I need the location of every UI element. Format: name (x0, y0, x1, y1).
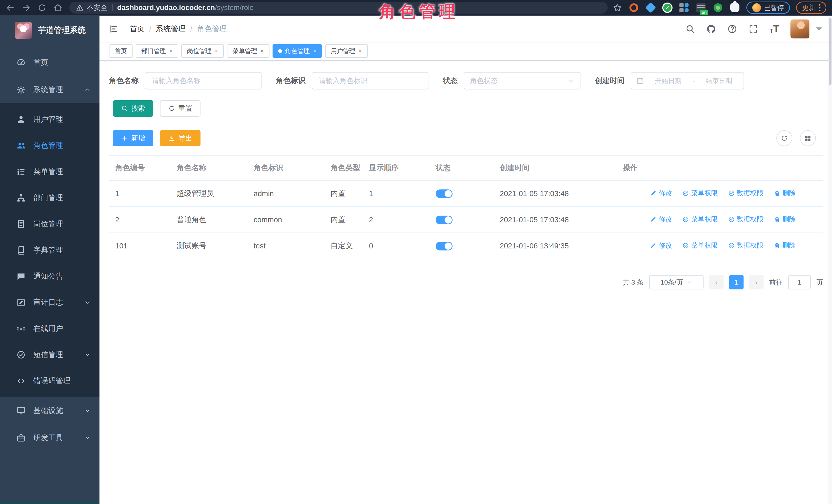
status-toggle[interactable] (436, 189, 452, 198)
sidebar-item-home[interactable]: 首页 (0, 49, 100, 76)
close-icon[interactable]: × (359, 47, 362, 55)
delete-link[interactable]: 删除 (774, 215, 796, 224)
breadcrumb: 首页 / 系统管理 / 角色管理 (130, 24, 227, 34)
extension-target-icon[interactable] (628, 2, 639, 13)
extension-switch-icon[interactable]: on (696, 2, 706, 13)
status-select[interactable]: 角色状态 (464, 72, 580, 89)
sidebar-item-user[interactable]: 用户管理 (0, 106, 100, 133)
sidebar-item-notice[interactable]: 通知公告 (0, 263, 100, 289)
close-icon[interactable]: × (215, 47, 218, 55)
close-icon[interactable]: × (169, 47, 173, 55)
address-bar[interactable]: 不安全 dashboard.yudao.iocoder.cn/system/ro… (69, 2, 608, 14)
edit-link[interactable]: 修改 (650, 215, 672, 224)
edit-link[interactable]: 修改 (650, 241, 672, 250)
status-toggle[interactable] (436, 216, 452, 224)
end-date-placeholder: 结束日期 (699, 76, 738, 85)
date-range-picker[interactable]: 开始日期 - 结束日期 (631, 72, 744, 89)
chevron-down-icon (686, 280, 692, 285)
refresh-table-button[interactable] (776, 130, 792, 146)
close-icon[interactable]: × (313, 47, 316, 55)
sidebar-item-infra[interactable]: 基础设施 (0, 397, 100, 424)
bookmark-star-icon[interactable] (613, 3, 622, 12)
sidebar-logo[interactable]: 芋道管理系统 (0, 16, 100, 44)
tag-home[interactable]: 首页 (109, 44, 133, 58)
browser-home-icon[interactable] (53, 3, 62, 12)
sidebar-item-role[interactable]: 角色管理 (0, 133, 100, 159)
status-toggle[interactable] (436, 242, 452, 250)
breadcrumb-current: 角色管理 (197, 24, 227, 34)
data-permission-link[interactable]: 数据权限 (728, 215, 763, 224)
app-root: 芋道管理系统 首页 系统管理 用户管理 角色管理 (0, 16, 832, 504)
avatar-caret-icon[interactable] (816, 27, 822, 31)
tag-post[interactable]: 岗位管理× (181, 44, 224, 58)
sidebar-bottom-strip (0, 502, 100, 504)
reset-button[interactable]: 重置 (160, 100, 201, 117)
sidebar-item-dev[interactable]: 研发工具 (0, 424, 100, 451)
sidebar-item-online[interactable]: 0x0 在线用户 (0, 316, 100, 342)
breadcrumb-home[interactable]: 首页 (130, 24, 145, 34)
prev-page-button[interactable]: ‹ (709, 275, 724, 289)
update-button[interactable]: 更新 (796, 2, 826, 14)
sms-check-icon (17, 350, 26, 360)
export-button[interactable]: 导出 (160, 130, 201, 147)
sidebar-item-dept[interactable]: 部门管理 (0, 185, 100, 211)
filter-buttons: 搜索 重置 (113, 100, 823, 117)
tag-user[interactable]: 用户管理× (325, 44, 368, 58)
sidebar-item-menu[interactable]: 菜单管理 (0, 159, 100, 185)
hamburger-icon[interactable] (108, 24, 119, 34)
data-permission-link[interactable]: 数据权限 (728, 241, 763, 250)
delete-link[interactable]: 删除 (774, 241, 796, 250)
current-page-button[interactable]: 1 (729, 275, 744, 289)
browser-reload-icon[interactable] (37, 3, 47, 12)
goto-page-input[interactable] (788, 275, 811, 289)
close-icon[interactable]: × (260, 47, 264, 55)
menu-permission-link[interactable]: 菜单权限 (682, 215, 718, 224)
next-page-button[interactable]: › (749, 275, 763, 289)
extensions-puzzle-icon[interactable] (729, 2, 740, 13)
edit-link[interactable]: 修改 (650, 189, 672, 198)
sidebar-item-system[interactable]: 系统管理 (0, 76, 100, 103)
tag-dept[interactable]: 部门管理× (136, 44, 178, 58)
browser-forward-icon[interactable] (22, 3, 31, 12)
tag-menu[interactable]: 菜单管理× (227, 44, 269, 58)
user-avatar[interactable] (790, 20, 809, 38)
browser-chrome: 不安全 dashboard.yudao.iocoder.cn/system/ro… (0, 0, 832, 16)
browser-back-icon[interactable] (6, 3, 15, 12)
extension-gem-icon[interactable] (645, 2, 656, 13)
sidebar-item-sms[interactable]: 短信管理 (0, 342, 100, 368)
scrollbar[interactable] (828, 16, 832, 504)
column-settings-button[interactable] (800, 130, 816, 146)
extension-grid-icon[interactable] (679, 2, 690, 13)
sidebar-label: 菜单管理 (0, 167, 63, 177)
page-size-select[interactable]: 10条/页 (649, 275, 704, 289)
sidebar-label: 部门管理 (0, 193, 63, 203)
search-icon[interactable] (685, 24, 695, 34)
font-size-icon[interactable]: TT (770, 24, 779, 35)
help-icon[interactable] (727, 24, 737, 34)
menu-permission-link[interactable]: 菜单权限 (682, 189, 718, 198)
fullscreen-icon[interactable] (748, 24, 758, 34)
breadcrumb-system[interactable]: 系统管理 (156, 24, 186, 34)
sidebar-item-audit[interactable]: 审计日志 (0, 289, 100, 316)
sidebar-item-post[interactable]: 岗位管理 (0, 211, 100, 237)
not-secure-warning-icon (76, 4, 84, 11)
tag-role-active[interactable]: 角色管理× (272, 44, 322, 58)
data-permission-link[interactable]: 数据权限 (728, 189, 763, 198)
profile-paused-pill[interactable]: 已暂停 (746, 2, 790, 14)
page-content: 角色名称 角色标识 状态 角色状态 创建时间 开始日期 - 结束日期 (100, 61, 832, 289)
role-name-input[interactable] (145, 72, 262, 89)
sidebar-item-errcode[interactable]: 错误码管理 (0, 368, 100, 394)
github-icon[interactable] (706, 24, 716, 34)
trash-icon (774, 216, 780, 223)
col-role-id: 角色编号 (109, 155, 171, 181)
delete-link[interactable]: 删除 (774, 189, 796, 198)
search-button[interactable]: 搜索 (113, 100, 153, 117)
navbar-right: TT (685, 20, 822, 38)
role-key-input[interactable] (312, 72, 428, 89)
menu-permission-link[interactable]: 菜单权限 (682, 241, 718, 250)
extension-green-icon[interactable] (712, 2, 723, 13)
sidebar-item-dict[interactable]: 字典管理 (0, 237, 100, 263)
add-button[interactable]: 新增 (113, 130, 153, 147)
chrome-menu-icon[interactable] (819, 4, 821, 11)
extension-check-icon[interactable]: ✓ (662, 3, 673, 13)
